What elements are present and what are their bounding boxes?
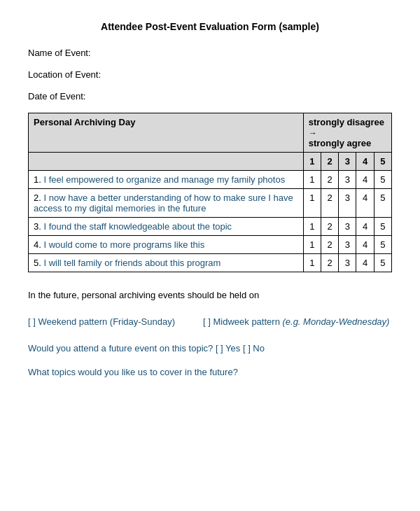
scale-cell-4-5: 5 [374,236,391,254]
scale-cell-3-1: 1 [303,218,321,236]
question-cell-1: 1. I feel empowered to organize and mana… [29,171,304,189]
scale-cell-3-2: 2 [321,218,338,236]
table-row: 5. I will tell family or friends about t… [29,254,392,272]
scale-cell-4-1: 1 [303,236,321,254]
table-subheader-blank [29,153,304,171]
table-header-scale: strongly disagree → strongly agree [303,113,391,153]
scale-disagree-label: strongly disagree [309,117,384,127]
form-title: Attendee Post-Event Evaluation Form (sam… [28,21,392,32]
scale-cell-1-5: 5 [374,171,391,189]
question-cell-2: 2. I now have a better understanding of … [29,189,304,218]
scale-num-4: 4 [356,153,374,171]
evaluation-table: Personal Archiving Day strongly disagree… [28,113,392,272]
future-text: In the future, personal archiving events… [28,286,392,304]
topics-question: What topics would you like us to cover i… [28,363,392,382]
table-header-event: Personal Archiving Day [29,113,304,153]
weekend-option: [ ] Weekend pattern (Friday-Sunday) [28,313,175,331]
scale-cell-3-3: 3 [339,218,356,236]
scale-cell-4-3: 3 [339,236,356,254]
scale-cell-5-4: 4 [356,254,374,272]
scale-cell-4-2: 2 [321,236,338,254]
scale-cell-5-3: 3 [339,254,356,272]
scale-cell-3-5: 5 [374,218,391,236]
location-of-event-field: Location of Event: [28,69,392,80]
scale-num-2: 2 [321,153,338,171]
question-cell-5: 5. I will tell family or friends about t… [29,254,304,272]
scale-cell-1-3: 3 [339,171,356,189]
table-row: 1. I feel empowered to organize and mana… [29,171,392,189]
scale-cell-1-4: 4 [356,171,374,189]
scale-num-3: 3 [339,153,356,171]
below-section: In the future, personal archiving events… [28,286,392,382]
scale-agree-label: strongly agree [309,138,386,148]
scale-cell-3-4: 4 [356,218,374,236]
table-row: 3. I found the staff knowledgeable about… [29,218,392,236]
checkbox-row: [ ] Weekend pattern (Friday-Sunday) [ ] … [28,310,392,334]
question-cell-3: 3. I found the staff knowledgeable about… [29,218,304,236]
scale-cell-2-2: 2 [321,189,338,218]
scale-cell-2-3: 3 [339,189,356,218]
scale-cell-2-5: 5 [374,189,391,218]
name-of-event-field: Name of Event: [28,48,392,58]
table-row: 2. I now have a better understanding of … [29,189,392,218]
scale-cell-2-4: 4 [356,189,374,218]
question-cell-4: 4. I would come to more programs like th… [29,236,304,254]
scale-cell-1-2: 2 [321,171,338,189]
scale-num-1: 1 [303,153,321,171]
scale-cell-4-4: 4 [356,236,374,254]
attend-question: Would you attend a future event on this … [28,340,392,358]
scale-cell-5-5: 5 [374,254,391,272]
table-row: 4. I would come to more programs like th… [29,236,392,254]
scale-arrow-icon: → [309,128,317,138]
date-of-event-field: Date of Event: [28,91,392,102]
scale-num-5: 5 [374,153,391,171]
midweek-option: [ ] Midweek pattern (e.g. Monday-Wednesd… [203,313,389,331]
scale-cell-5-1: 1 [303,254,321,272]
scale-cell-5-2: 2 [321,254,338,272]
scale-cell-1-1: 1 [303,171,321,189]
scale-cell-2-1: 1 [303,189,321,218]
